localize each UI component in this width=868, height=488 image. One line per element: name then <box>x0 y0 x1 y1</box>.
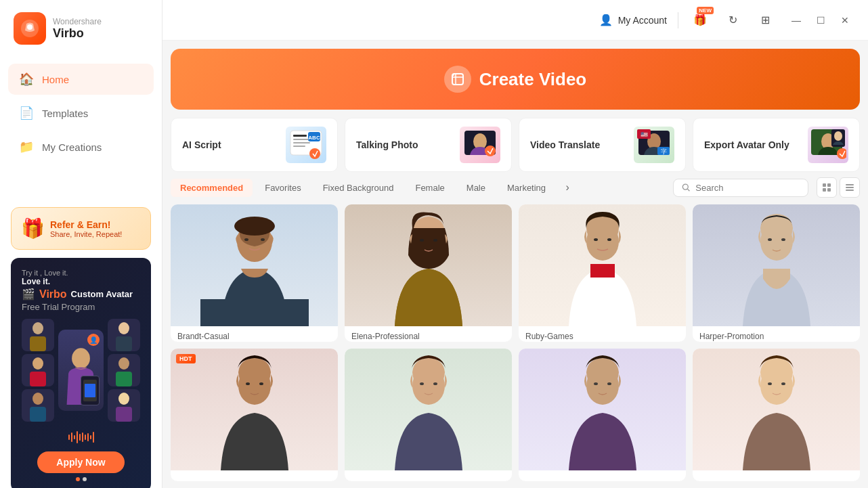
promo-refer-card[interactable]: 🎁 Refer & Earn! Share, Invite, Repeat! <box>11 207 151 250</box>
sidebar-item-my-creations[interactable]: 📁 My Creations <box>8 131 154 162</box>
svg-point-53 <box>244 238 248 241</box>
promo-refer-title: Refer & Earn! <box>50 219 122 230</box>
refresh-icon: ↻ <box>729 14 737 26</box>
create-video-icon <box>444 66 471 93</box>
svg-point-73 <box>607 382 611 385</box>
avatar-grid: Brandt-Casual Elena-Profession <box>162 198 868 488</box>
avatar-thumb-center: 👤 <box>58 330 104 411</box>
sidebar-item-label-templates: Templates <box>42 108 88 119</box>
apply-now-button[interactable]: Apply Now <box>37 451 124 473</box>
svg-point-39 <box>834 131 842 141</box>
dot-2 <box>83 477 87 481</box>
svg-point-75 <box>768 382 772 385</box>
tab-recommended[interactable]: Recommended <box>171 179 253 197</box>
svg-point-64 <box>781 238 785 241</box>
logo-area: Wondershare Virbo <box>0 0 162 57</box>
sidebar: Wondershare Virbo 🏠 Home 📄 Templates 📁 M… <box>0 0 162 488</box>
feature-card-ai-script[interactable]: AI Script ABC <box>171 118 338 172</box>
svg-point-76 <box>781 382 785 385</box>
svg-point-72 <box>594 382 598 385</box>
my-account-label: My Account <box>618 15 667 26</box>
svg-rect-47 <box>846 184 854 185</box>
svg-point-57 <box>433 239 437 242</box>
gift-header-button[interactable]: 🎁 NEW <box>689 9 711 31</box>
svg-point-69 <box>420 382 424 385</box>
avatar-card-5[interactable]: HDT <box>171 349 338 481</box>
create-video-banner[interactable]: Create Video <box>171 49 860 110</box>
svg-text:字: 字 <box>661 148 667 155</box>
svg-point-29 <box>485 146 496 156</box>
video-translate-image: 🇺🇸 字 <box>634 127 674 163</box>
avatar8-name <box>693 470 860 481</box>
tab-bar: Recommended Favorites Fixed Background F… <box>162 172 868 198</box>
feature-card-talking-photo[interactable]: Talking Photo <box>345 118 512 172</box>
dot-1 <box>76 477 80 481</box>
minimize-button[interactable]: — <box>787 11 806 30</box>
svg-rect-22 <box>293 142 310 143</box>
maximize-button[interactable]: ☐ <box>811 11 830 30</box>
close-button[interactable]: ✕ <box>836 11 854 30</box>
create-video-button[interactable]: Create Video <box>444 66 586 93</box>
svg-rect-43 <box>823 183 826 187</box>
avatar-card-ruby[interactable]: Ruby-Games <box>519 204 686 342</box>
app-logo-icon <box>14 12 46 45</box>
refresh-button[interactable]: ↻ <box>722 9 743 31</box>
video-translate-title: Video Translate <box>530 139 600 150</box>
avatar-thumb-6 <box>108 389 140 422</box>
feature-card-video-translate[interactable]: Video Translate 🇺🇸 字 <box>519 118 686 172</box>
sidebar-promos: 🎁 Refer & Earn! Share, Invite, Repeat! T… <box>0 199 162 488</box>
elena-image <box>345 204 512 326</box>
svg-rect-46 <box>827 188 831 192</box>
tab-male[interactable]: Male <box>457 179 495 197</box>
search-input[interactable] <box>695 183 800 193</box>
svg-text:🇺🇸: 🇺🇸 <box>641 131 649 139</box>
grid-view-button[interactable] <box>817 177 837 198</box>
avatar-card-7[interactable] <box>519 349 686 481</box>
svg-point-54 <box>261 238 265 241</box>
avatar5-name <box>171 470 338 481</box>
hdt-badge-5: HDT <box>176 354 196 363</box>
svg-point-6 <box>32 393 43 405</box>
svg-rect-51 <box>200 299 309 326</box>
tab-marketing[interactable]: Marketing <box>498 179 555 197</box>
logo-text: Wondershare Virbo <box>53 17 102 41</box>
svg-point-56 <box>420 239 424 242</box>
tab-favorites[interactable]: Favorites <box>255 179 310 197</box>
avatar-card-harper[interactable]: Harper-Promotion <box>693 204 860 342</box>
avatar-card-8[interactable] <box>693 349 860 481</box>
sidebar-item-home[interactable]: 🏠 Home <box>8 64 154 95</box>
search-icon <box>682 183 690 192</box>
promo-avatar-card[interactable]: Try it , Love it. Love it. 🎬 Virbo Custo… <box>11 258 151 488</box>
account-icon: 👤 <box>599 14 613 26</box>
list-view-button[interactable] <box>840 177 860 198</box>
grid-view-button[interactable]: ⊞ <box>754 9 776 31</box>
gift-icon: 🎁 <box>21 217 45 240</box>
svg-point-66 <box>246 382 250 385</box>
svg-point-61 <box>607 238 611 241</box>
sidebar-item-templates[interactable]: 📄 Templates <box>8 97 154 129</box>
avatar-card-elena[interactable]: Elena-Professional <box>345 204 512 342</box>
svg-rect-20 <box>293 135 307 137</box>
svg-text:ABC: ABC <box>308 135 320 141</box>
window-controls: — ☐ ✕ <box>787 11 854 30</box>
svg-rect-48 <box>846 187 854 188</box>
feature-card-video-translate-left: Video Translate <box>530 139 600 150</box>
ai-script-title: AI Script <box>182 139 221 150</box>
feature-card-export-avatar[interactable]: Export Avatar Only <box>693 118 860 172</box>
tab-more-button[interactable]: › <box>558 178 577 197</box>
svg-point-2 <box>32 322 43 334</box>
avatar-card-brandt[interactable]: Brandt-Casual <box>171 204 338 342</box>
ruby-name: Ruby-Games <box>519 326 686 342</box>
nav-items: 🏠 Home 📄 Templates 📁 My Creations <box>0 57 162 172</box>
svg-rect-23 <box>293 146 305 147</box>
avatar5-image: HDT <box>171 349 338 470</box>
avatar-card-6[interactable] <box>345 349 512 481</box>
tab-female[interactable]: Female <box>406 179 454 197</box>
brandt-image <box>171 204 338 326</box>
creations-icon: 📁 <box>19 139 34 154</box>
svg-rect-58 <box>590 264 615 278</box>
tab-fixed-background[interactable]: Fixed Background <box>313 179 404 197</box>
product-name: Virbo <box>53 26 102 41</box>
talking-photo-title: Talking Photo <box>356 139 418 150</box>
my-account-button[interactable]: 👤 My Account <box>599 14 667 26</box>
